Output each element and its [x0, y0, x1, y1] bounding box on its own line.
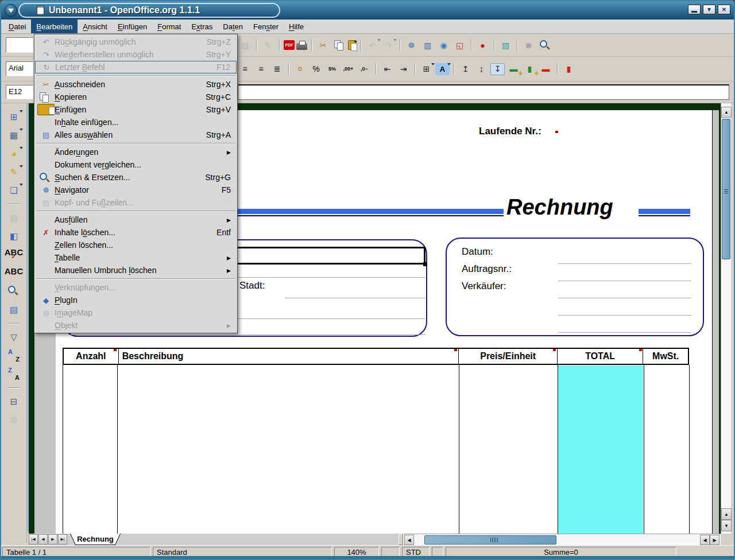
- insert-object-icon[interactable]: ◕: [6, 147, 22, 160]
- insert-row-icon[interactable]: ▬: [506, 63, 521, 75]
- record-icon[interactable]: ●: [475, 39, 490, 51]
- zoom-page-icon[interactable]: ◱: [452, 39, 467, 51]
- stylist-icon[interactable]: ▥: [420, 39, 435, 51]
- find-icon[interactable]: [6, 285, 22, 298]
- delete-decimal-icon[interactable]: ,0−: [357, 63, 372, 75]
- formula-input-line[interactable]: [238, 84, 729, 100]
- menu-hilfe[interactable]: Hilfe: [284, 20, 309, 33]
- horizontal-scroll-thumb[interactable]: [424, 535, 556, 545]
- cell-reference-box[interactable]: E12: [6, 85, 33, 99]
- copy-icon[interactable]: [332, 39, 346, 51]
- align-right-icon[interactable]: ≡: [254, 63, 268, 75]
- draw-functions-icon[interactable]: ✎: [6, 165, 22, 178]
- menu-item-letzter-befehl[interactable]: ↻Letzter BefehlF12: [35, 61, 237, 73]
- maximize-button[interactable]: ▼: [703, 5, 715, 14]
- sort-descending-icon[interactable]: [6, 367, 22, 380]
- form-design-icon[interactable]: ▦: [6, 211, 22, 224]
- auto-spellcheck-icon[interactable]: ABC: [6, 266, 22, 279]
- menu-item-ruckgangig-unmoglich[interactable]: ↶Rückgängig unmöglichStrg+Z: [35, 36, 237, 48]
- stop-icon[interactable]: ⊗: [521, 39, 536, 51]
- menu-item-anderungen[interactable]: Änderungen▸: [35, 146, 237, 158]
- menu-item-ausschneiden[interactable]: ✂AusschneidenStrg+X: [35, 78, 237, 91]
- ungroup-icon[interactable]: ⊠: [6, 413, 22, 426]
- print-icon[interactable]: [296, 43, 307, 50]
- menu-item-suchen-und-ersetzen[interactable]: Suchen & Ersetzen...Strg+G: [35, 171, 237, 184]
- delete-column-icon[interactable]: ▮: [562, 63, 576, 75]
- redo-icon[interactable]: ↷: [381, 39, 396, 51]
- previous-sheet-button[interactable]: ◀: [38, 534, 48, 545]
- vertical-scrollbar[interactable]: ▲ ▲ ▼: [721, 103, 731, 534]
- autoformat-icon[interactable]: ◧: [6, 230, 22, 243]
- menu-item-inhalte-einfugen[interactable]: Inhalte einfügen...: [35, 116, 237, 129]
- menu-daten[interactable]: Daten: [218, 20, 248, 33]
- menu-item-objekt[interactable]: Objekt▸: [35, 319, 237, 332]
- number-currency-icon[interactable]: ¤: [293, 63, 307, 75]
- font-name-combobox[interactable]: Arial: [6, 61, 33, 76]
- menu-datei[interactable]: Datei: [3, 20, 31, 33]
- menu-item-inhalte-loschen[interactable]: ✗Inhalte löschen...Entf: [35, 226, 237, 239]
- group-icon[interactable]: ⊟: [6, 395, 22, 408]
- menu-bearbeiten[interactable]: Bearbeiten: [31, 20, 78, 33]
- sheet-tab-rechnung[interactable]: Rechnung: [70, 534, 121, 545]
- minimize-button[interactable]: [688, 5, 701, 14]
- menu-item-navigator[interactable]: ☸NavigatorF5: [35, 184, 237, 196]
- menu-item-imagemap[interactable]: ◍ImageMap: [35, 306, 237, 319]
- scroll-right-button[interactable]: ▶: [710, 535, 719, 545]
- menu-item-wiederherstellen-unmoglich[interactable]: ↷Wiederherstellen unmöglichStrg+Y: [35, 48, 237, 61]
- borders-icon[interactable]: ⊞: [419, 63, 434, 75]
- horizontal-scrollbar[interactable]: ◀ ◀ ▶: [403, 534, 721, 545]
- navigator-icon[interactable]: ☸: [404, 39, 419, 51]
- scroll-up-button[interactable]: ▲: [721, 107, 732, 118]
- add-decimal-icon[interactable]: ,00+: [341, 63, 355, 75]
- insert-column-icon[interactable]: ▮: [523, 63, 537, 75]
- menu-item-dokument-vergleichen[interactable]: Dokument vergleichen...: [35, 158, 237, 171]
- menu-item-kopieren[interactable]: KopierenStrg+C: [35, 91, 237, 103]
- align-justify-icon[interactable]: ≣: [270, 63, 284, 75]
- export-pdf-icon[interactable]: PDF: [284, 40, 295, 50]
- menu-item-ausfullen[interactable]: Ausfüllen▸: [35, 213, 237, 226]
- title-bar[interactable]: Unbenannt1 - OpenOffice.org 1.1.1 ▼ ✕: [1, 1, 734, 20]
- menu-ansicht[interactable]: Ansicht: [78, 20, 113, 33]
- edit-file-icon[interactable]: ✎: [261, 39, 275, 51]
- paste-icon[interactable]: [348, 40, 357, 50]
- menu-item-alles-auswahlen[interactable]: ▤Alles auswählenStrg+A: [35, 129, 237, 141]
- align-top-icon[interactable]: ↥: [458, 63, 473, 75]
- last-sheet-button[interactable]: ▶|: [58, 534, 67, 545]
- align-bottom-icon[interactable]: ↧: [490, 63, 505, 75]
- menu-item-manuellen-umbruch-loschen[interactable]: Manuellen Umbruch löschen▸: [35, 264, 237, 277]
- number-standard-icon[interactable]: $%: [325, 63, 339, 75]
- vertical-scroll-thumb[interactable]: [722, 119, 730, 259]
- hyperlink-icon[interactable]: ◉: [436, 39, 451, 51]
- url-combobox[interactable]: [6, 37, 33, 53]
- save-icon[interactable]: ▤: [238, 39, 252, 51]
- insert-icon[interactable]: ⊞: [6, 110, 22, 123]
- form-functions-icon[interactable]: ❏: [6, 184, 22, 197]
- menu-einfugen[interactable]: Einfügen: [113, 20, 152, 33]
- menu-item-plugin[interactable]: ◆PlugIn: [35, 294, 237, 306]
- tab-scrollbar-splitter[interactable]: [399, 534, 403, 545]
- cut-icon[interactable]: ✂: [316, 39, 330, 51]
- align-center-icon[interactable]: ≡: [238, 63, 252, 75]
- menu-item-verknupfungen[interactable]: Verknüpfungen...: [35, 281, 237, 294]
- menu-item-kopf-und-fusszeilen[interactable]: ▤Kopf- und Fußzeilen...: [35, 196, 237, 209]
- selection-fill-handle[interactable]: [423, 262, 427, 266]
- autofilter-icon[interactable]: ▽: [6, 330, 22, 344]
- decrease-indent-icon[interactable]: ⇤: [380, 63, 394, 75]
- page-preview-icon[interactable]: [537, 39, 552, 51]
- sort-ascending-icon[interactable]: [6, 349, 22, 362]
- menu-fenster[interactable]: Fenster: [248, 20, 284, 33]
- scroll-right-left-button[interactable]: ◀: [700, 535, 710, 545]
- menu-extras[interactable]: Extras: [186, 20, 218, 33]
- align-center-vertical-icon[interactable]: ↨: [474, 63, 489, 75]
- next-sheet-button[interactable]: ▶: [48, 534, 57, 545]
- data-sources-icon[interactable]: ▤: [6, 303, 22, 316]
- scroll-left-button[interactable]: ◀: [404, 535, 414, 545]
- scroll-up-button-2[interactable]: ▲: [721, 508, 732, 520]
- increase-indent-icon[interactable]: ⇥: [396, 63, 411, 75]
- scroll-down-button[interactable]: ▼: [721, 520, 732, 531]
- close-button[interactable]: ✕: [718, 5, 730, 14]
- menu-format[interactable]: Format: [152, 20, 186, 33]
- menu-item-einfugen[interactable]: EinfügenStrg+V: [35, 103, 237, 116]
- window-menu-button[interactable]: [5, 4, 17, 17]
- background-color-icon[interactable]: A: [435, 63, 450, 75]
